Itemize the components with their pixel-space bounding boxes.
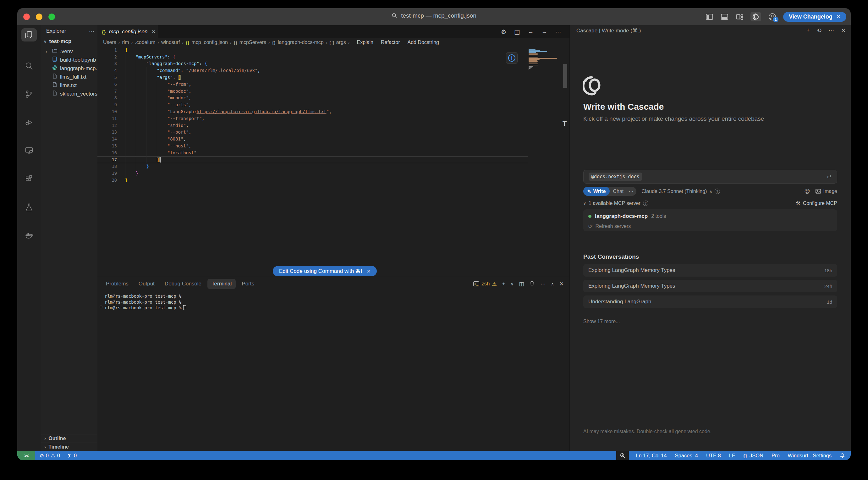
close-tab-icon[interactable]: ✕ xyxy=(152,29,156,35)
conversation-item[interactable]: Understanding LangGraph1d xyxy=(583,296,837,308)
ports-status[interactable]: 0 xyxy=(67,453,77,459)
toggle-sidebar-icon[interactable] xyxy=(705,12,713,21)
file-row-build-tool-ipynb[interactable]: build-tool.ipynb xyxy=(41,56,97,64)
split-editor-icon[interactable]: ◫ xyxy=(514,28,520,35)
more-actions-icon[interactable]: ⋯ xyxy=(89,28,94,35)
more-actions-icon[interactable]: ⋯ xyxy=(828,27,834,34)
code-line-16[interactable]: 16"localhost" xyxy=(97,149,528,156)
macos-minimize-button[interactable] xyxy=(36,13,42,20)
configure-mcp-button[interactable]: ⚒ Configure MCP xyxy=(796,200,837,206)
panel-tab-ports[interactable]: Ports xyxy=(238,279,258,289)
file-row--venv[interactable]: ›.venv xyxy=(41,47,97,56)
panel-tab-problems[interactable]: Problems xyxy=(102,279,133,289)
mention-icon[interactable]: @ xyxy=(804,188,810,194)
terminal-shell-label[interactable]: >_ zsh ⚠ xyxy=(473,281,497,287)
code-line-14[interactable]: 14"8081", xyxy=(97,136,528,142)
file-row-llms-txt[interactable]: llms.txt xyxy=(41,81,97,90)
encoding-setting[interactable]: UTF-8 xyxy=(706,453,721,459)
cascade-prompt-input[interactable]: @docs:nextjs-docs ↵ xyxy=(583,170,837,184)
lens-explain[interactable]: Explain xyxy=(357,40,373,45)
breadcrumb-item--codeium[interactable]: .codeium xyxy=(135,40,155,45)
navigate-back-icon[interactable]: ← xyxy=(528,28,534,35)
close-panel-icon[interactable]: ✕ xyxy=(841,27,846,34)
code-line-15[interactable]: 15"--host", xyxy=(97,142,528,149)
code-line-17[interactable]: 17] xyxy=(97,156,528,163)
code-line-12[interactable]: 12"stdio", xyxy=(97,122,528,129)
eol-setting[interactable]: LF xyxy=(729,453,735,459)
close-icon[interactable]: ✕ xyxy=(367,268,371,274)
code-line-7[interactable]: 7"mcpdoc", xyxy=(97,88,528,95)
code-line-11[interactable]: 11"--transport", xyxy=(97,115,528,122)
cascade-toggle-icon[interactable] xyxy=(750,12,761,21)
cursor-position[interactable]: Ln 17, Col 14 xyxy=(636,453,666,459)
code-line-19[interactable]: 19} xyxy=(97,170,528,177)
timeline-section[interactable]: ›Timeline xyxy=(41,443,97,451)
docker-icon[interactable] xyxy=(21,229,37,242)
toggle-panel-icon[interactable] xyxy=(720,12,728,21)
language-mode[interactable]: {} JSON xyxy=(743,453,763,459)
notifications-bell-icon[interactable] xyxy=(840,453,845,458)
code-line-3[interactable]: 3"langgraph-docs-mcp": { xyxy=(97,60,528,67)
lens-add-docstring[interactable]: Add Docstring xyxy=(407,40,439,45)
code-line-8[interactable]: 8"mcpdoc", xyxy=(97,95,528,101)
code-line-1[interactable]: 1{ xyxy=(97,47,528,54)
problems-status[interactable]: ⊘ 0 ⚠ 0 xyxy=(40,453,60,459)
code-line-5[interactable]: 5"args": [ xyxy=(97,74,528,81)
windsurf-settings[interactable]: Windsurf - Settings xyxy=(788,453,832,459)
breadcrumb-item-rlm[interactable]: rlm xyxy=(122,40,129,45)
macos-maximize-button[interactable] xyxy=(49,13,55,20)
code-line-4[interactable]: 4"command": "/Users/rlm/.local/bin/uvx", xyxy=(97,67,528,74)
workspace-root-folder[interactable]: ∨ test-mcp xyxy=(44,38,71,44)
breadcrumb-item-langgraph-docs-mcp[interactable]: {}langgraph-docs-mcp xyxy=(272,40,324,45)
testing-icon[interactable] xyxy=(21,201,37,214)
lens-refactor[interactable]: Refactor xyxy=(381,40,400,45)
source-control-icon[interactable] xyxy=(21,87,37,100)
navigate-forward-icon[interactable]: → xyxy=(541,28,548,35)
close-icon[interactable]: ✕ xyxy=(836,13,841,20)
code-line-13[interactable]: 13"--port", xyxy=(97,129,528,136)
breadcrumb-item-mcp-config-json[interactable]: {}mcp_config.json xyxy=(186,40,228,45)
breadcrumb-item-args[interactable]: [ ]args xyxy=(329,40,346,45)
mcp-server-row[interactable]: langgraph-docs-mcp 2 tools xyxy=(588,213,832,219)
more-actions-icon[interactable]: ⋯ xyxy=(540,281,546,287)
customize-layout-icon[interactable] xyxy=(735,12,744,21)
breadcrumb-item-users[interactable]: Users xyxy=(103,40,116,45)
conversation-item[interactable]: Exploring LangGraph Memory Types24h xyxy=(583,280,837,292)
breadcrumb-item-windsurf[interactable]: windsurf xyxy=(161,40,180,45)
extensions-icon[interactable] xyxy=(21,172,37,185)
show-more-link[interactable]: Show 17 more... xyxy=(583,319,620,324)
code-line-6[interactable]: 6"--from", xyxy=(97,81,528,88)
plan-indicator[interactable]: Pro xyxy=(772,453,780,459)
scrollbar-thumb[interactable] xyxy=(563,64,567,88)
code-line-9[interactable]: 9"--urls", xyxy=(97,101,528,108)
panel-tab-terminal[interactable]: Terminal xyxy=(208,279,236,289)
screencast-zoom-indicator[interactable] xyxy=(616,451,629,460)
new-conversation-icon[interactable]: + xyxy=(806,27,810,34)
docs-context-chip[interactable]: @docs:nextjs-docs xyxy=(589,173,642,181)
tab-mcp-config-json[interactable]: {} mcp_config.json ✕ xyxy=(97,25,158,38)
history-icon[interactable]: ⟲ xyxy=(817,27,822,34)
account-icon[interactable]: 1 xyxy=(768,12,776,21)
breadcrumb-item-mcpservers[interactable]: {}mcpServers xyxy=(234,40,266,45)
panel-tab-debug-console[interactable]: Debug Console xyxy=(161,279,206,289)
model-selector[interactable]: Claude 3.7 Sonnet (Thinking) ∧ ? xyxy=(642,189,720,194)
code-line-18[interactable]: 18} xyxy=(97,163,528,170)
minimap[interactable] xyxy=(529,48,558,70)
file-row-llms-full-txt[interactable]: llms_full.txt xyxy=(41,72,97,81)
mode-more-icon[interactable]: ⋯ xyxy=(627,189,635,194)
code-editor[interactable]: 1{2"mcpServers": {3"langgraph-docs-mcp":… xyxy=(97,47,528,184)
outline-section[interactable]: ›Outline xyxy=(41,434,97,443)
remote-indicator[interactable]: >< xyxy=(17,451,35,460)
write-mode-button[interactable]: ✎ Write xyxy=(583,187,610,196)
settings-gear-icon[interactable]: ⚙ xyxy=(501,28,506,35)
run-debug-icon[interactable] xyxy=(21,116,37,129)
view-changelog-button[interactable]: View Changelog ✕ xyxy=(783,12,846,22)
maximize-panel-icon[interactable]: ∧ xyxy=(551,282,554,287)
code-line-20[interactable]: 20} xyxy=(97,177,528,184)
image-upload-button[interactable]: Image xyxy=(815,188,837,194)
terminal-dropdown-icon[interactable]: ∨ xyxy=(511,282,514,287)
close-panel-icon[interactable]: ✕ xyxy=(559,281,564,287)
search-icon[interactable] xyxy=(21,59,37,72)
command-center-search[interactable]: test-mcp — mcp_config.json xyxy=(392,12,476,19)
refresh-servers-button[interactable]: ⟳ Refresh servers xyxy=(588,223,832,229)
